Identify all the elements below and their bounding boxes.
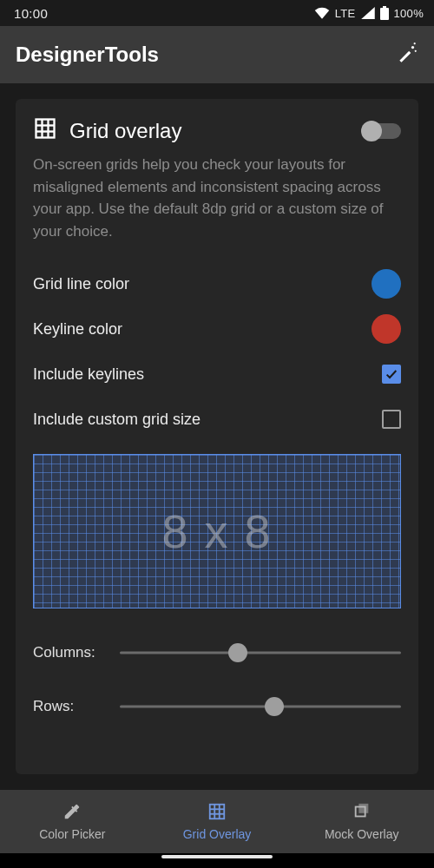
columns-slider-row: Columns: <box>33 643 401 662</box>
tab-label: Grid Overlay <box>183 827 252 841</box>
rows-slider[interactable] <box>120 697 401 716</box>
svg-point-2 <box>411 45 414 48</box>
tab-grid-overlay[interactable]: Grid Overlay <box>145 790 290 853</box>
home-indicator[interactable] <box>161 855 273 858</box>
keyline-color-row[interactable]: Keyline color <box>33 306 401 352</box>
svg-rect-16 <box>358 804 368 813</box>
columns-slider[interactable] <box>120 643 401 662</box>
svg-rect-10 <box>210 805 225 819</box>
svg-rect-0 <box>380 8 389 20</box>
tab-color-picker[interactable]: Color Picker <box>0 790 145 853</box>
rows-label: Rows: <box>33 698 108 715</box>
battery-label: 100% <box>394 7 424 20</box>
svg-rect-1 <box>383 6 386 8</box>
include-keylines-row[interactable]: Include keylines <box>33 352 401 397</box>
bottom-nav: Color Picker Grid Overlay Mock Overlay <box>0 790 434 853</box>
grid-icon <box>207 802 227 824</box>
card-header: Grid overlay <box>33 116 401 145</box>
grid-overlay-toggle[interactable] <box>363 123 401 139</box>
grid-preview: 8 x 8 <box>33 454 401 608</box>
wifi-icon <box>314 7 330 19</box>
eyedropper-icon <box>62 802 82 824</box>
grid-overlay-card: Grid overlay On-screen grids help you ch… <box>16 99 418 774</box>
app-title: DesignerTools <box>16 43 159 67</box>
magic-wand-icon[interactable] <box>396 42 418 69</box>
columns-label: Columns: <box>33 644 108 661</box>
include-keylines-label: Include keylines <box>33 365 382 384</box>
custom-grid-size-row[interactable]: Include custom grid size <box>33 397 401 442</box>
svg-point-3 <box>415 49 417 51</box>
card-description: On-screen grids help you check your layo… <box>33 154 401 242</box>
grid-line-color-label: Grid line color <box>33 275 372 293</box>
rows-slider-row: Rows: <box>33 697 401 716</box>
tab-mock-overlay[interactable]: Mock Overlay <box>289 790 434 853</box>
network-label: LTE <box>335 7 356 20</box>
battery-icon <box>380 6 389 20</box>
grid-line-color-row[interactable]: Grid line color <box>33 261 401 306</box>
keyline-color-label: Keyline color <box>33 320 372 339</box>
keyline-color-swatch[interactable] <box>372 314 401 344</box>
custom-grid-size-label: Include custom grid size <box>33 411 382 429</box>
status-bar: 10:00 LTE 100% <box>0 0 434 26</box>
include-keylines-checkbox[interactable] <box>382 365 401 384</box>
content-area: Grid overlay On-screen grids help you ch… <box>0 83 434 790</box>
card-title: Grid overlay <box>69 119 351 143</box>
grid-preview-label: 8 x 8 <box>161 504 272 558</box>
custom-grid-size-checkbox[interactable] <box>382 410 401 429</box>
grid-icon <box>33 116 57 145</box>
signal-icon <box>361 7 375 19</box>
overlay-icon <box>352 802 372 824</box>
svg-point-4 <box>414 43 416 44</box>
tab-label: Mock Overlay <box>325 827 399 841</box>
tab-label: Color Picker <box>39 827 105 841</box>
grid-line-color-swatch[interactable] <box>372 269 401 299</box>
app-bar: DesignerTools <box>0 26 434 83</box>
svg-rect-5 <box>36 120 55 138</box>
status-time: 10:00 <box>14 6 48 21</box>
gesture-bar <box>0 853 434 868</box>
